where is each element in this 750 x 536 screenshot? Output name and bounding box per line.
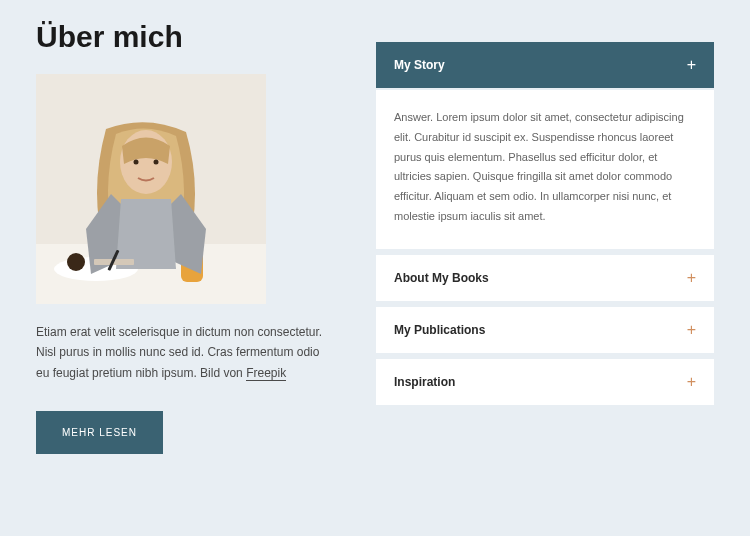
page-title: Über mich — [36, 20, 336, 54]
freepik-link[interactable]: Freepik — [246, 366, 286, 381]
accordion-header-inspiration[interactable]: Inspiration + — [376, 359, 714, 405]
accordion-title: About My Books — [394, 271, 489, 285]
read-more-button[interactable]: MEHR LESEN — [36, 411, 163, 454]
accordion-title: Inspiration — [394, 375, 455, 389]
profile-photo-svg — [36, 74, 266, 304]
accordion-title: My Publications — [394, 323, 485, 337]
plus-icon: + — [687, 270, 696, 286]
plus-icon: + — [687, 322, 696, 338]
accordion-item-my-publications: My Publications + — [376, 307, 714, 353]
accordion-item-about-my-books: About My Books + — [376, 255, 714, 301]
profile-photo — [36, 74, 266, 304]
accordion-body-my-story: Answer. Lorem ipsum dolor sit amet, cons… — [376, 90, 714, 249]
accordion-header-my-story[interactable]: My Story + — [376, 42, 714, 88]
svg-point-7 — [134, 160, 139, 165]
accordion-header-my-publications[interactable]: My Publications + — [376, 307, 714, 353]
accordion-title: My Story — [394, 58, 445, 72]
plus-icon: + — [687, 374, 696, 390]
svg-point-3 — [67, 253, 85, 271]
plus-icon: + — [687, 57, 696, 73]
accordion-item-my-story: My Story + Answer. Lorem ipsum dolor sit… — [376, 42, 714, 249]
accordion-item-inspiration: Inspiration + — [376, 359, 714, 405]
accordion-header-about-my-books[interactable]: About My Books + — [376, 255, 714, 301]
accordion: My Story + Answer. Lorem ipsum dolor sit… — [376, 20, 714, 516]
description-text: Etiam erat velit scelerisque in dictum n… — [36, 322, 336, 383]
svg-point-8 — [154, 160, 159, 165]
